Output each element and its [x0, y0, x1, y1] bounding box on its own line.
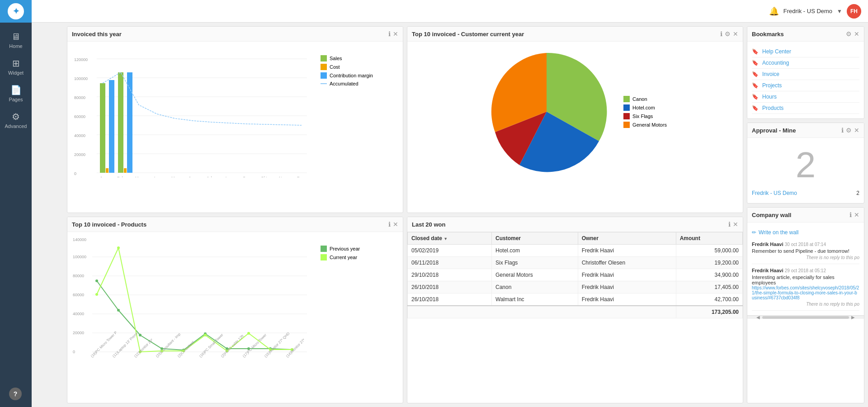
sixflags-color [623, 113, 630, 119]
customer-info-icon[interactable]: ℹ [720, 30, 722, 38]
sales-color [321, 55, 327, 62]
col-customer[interactable]: Customer [492, 232, 578, 245]
bookmark-help-center[interactable]: 🔖 Help Center [752, 46, 859, 57]
invoiced-legend: Sales Cost Contribution margin Accu [321, 55, 379, 86]
wall-info-icon[interactable]: ℹ [849, 211, 852, 218]
bookmark-flag-icon: 🔖 [752, 71, 759, 77]
cell-date: 06/11/2018 [408, 257, 492, 269]
bookmark-accounting[interactable]: 🔖 Accounting [752, 57, 859, 69]
bookmark-projects[interactable]: 🔖 Projects [752, 80, 859, 91]
sidebar-item-advanced[interactable]: ⚙ Advanced [0, 107, 32, 133]
col-amount[interactable]: Amount [676, 232, 742, 245]
scroll-left-icon[interactable]: ◀ [756, 315, 760, 320]
approval-info-icon[interactable]: ℹ [841, 127, 844, 134]
company-wall-body: ✏ Write on the wall Fredrik Haavi 30 oct… [747, 222, 864, 315]
products-close-icon[interactable]: ✕ [393, 221, 398, 228]
company-wall-title: Company wall [752, 212, 791, 218]
svg-text:Nov: Nov [279, 176, 287, 177]
customer-settings-icon[interactable]: ⚙ [725, 30, 731, 38]
svg-text:20000: 20000 [73, 331, 84, 335]
cell-amount: 19,200.00 [676, 257, 742, 269]
table-row: 26/10/2018 Canon Fredrik Haavi 17,405.00 [408, 281, 743, 293]
sidebar-item-pages[interactable]: 📄 Pages [0, 80, 32, 107]
cell-customer: General Motors [492, 269, 578, 281]
bookmarks-settings-icon[interactable]: ⚙ [846, 30, 852, 38]
bookmark-invoice[interactable]: 🔖 Invoice [752, 69, 859, 80]
bookmark-flag-icon: 🔖 [752, 48, 759, 55]
sidebar-item-pages-label: Pages [9, 97, 23, 102]
bookmark-help-center-label: Help Center [762, 48, 791, 55]
svg-text:(16)PC Small Tower: (16)PC Small Tower [198, 333, 224, 359]
invoiced-close-icon[interactable]: ✕ [393, 30, 398, 38]
svg-point-62 [247, 332, 250, 335]
customer-panel-body: Canon Hotel.com Six Flags General M [407, 42, 743, 182]
cell-date: 05/02/2019 [408, 245, 492, 257]
sidebar-item-home[interactable]: 🖥 Home [0, 27, 32, 53]
write-on-wall-link[interactable]: ✏ Write on the wall [752, 227, 859, 238]
svg-text:20000: 20000 [74, 152, 85, 157]
bookmark-products[interactable]: 🔖 Products [752, 103, 859, 114]
last20-close-icon[interactable]: ✕ [733, 221, 738, 228]
invoiced-info-icon[interactable]: ℹ [388, 30, 391, 38]
customer-close-icon[interactable]: ✕ [733, 30, 738, 38]
wall-close-icon[interactable]: ✕ [854, 211, 859, 218]
svg-text:0: 0 [74, 171, 76, 176]
col-owner[interactable]: Owner [578, 232, 676, 245]
scrollbar-thumb[interactable] [762, 316, 849, 319]
last20-info-icon[interactable]: ℹ [728, 221, 731, 228]
legend-gm-label: General Motors [632, 122, 667, 128]
post2-reply: There is no reply to this po [752, 302, 859, 307]
middle-column: Top 10 invoiced - Customer current year … [407, 26, 743, 403]
legend-sales-label: Sales [330, 56, 342, 61]
last20-panel-controls: ℹ ✕ [728, 221, 738, 228]
cell-owner: Fredrik Haavi [578, 269, 676, 281]
write-icon: ✏ [752, 229, 756, 236]
bookmarks-panel: Bookmarks ⚙ ✕ 🔖 Help Center 🔖 Accounting… [747, 26, 864, 119]
bookmarks-close-icon[interactable]: ✕ [854, 30, 859, 38]
current-year-color [321, 254, 327, 260]
bookmark-invoice-label: Invoice [762, 71, 779, 77]
products-legend: Previous year Current year [321, 246, 370, 260]
approval-settings-icon[interactable]: ⚙ [846, 127, 852, 134]
col-closed-date[interactable]: Closed date ▼ [408, 232, 492, 245]
bookmark-hours[interactable]: 🔖 Hours [752, 91, 859, 103]
svg-text:100000: 100000 [74, 76, 88, 81]
svg-rect-18 [124, 168, 127, 173]
contribution-color [321, 72, 327, 79]
accumulated-color [321, 83, 327, 84]
help-button[interactable]: ? [9, 388, 22, 400]
user-menu[interactable]: Fredrik - US Demo ▼ FH [783, 4, 861, 19]
svg-point-45 [95, 279, 98, 282]
svg-text:(2)Consultant: (2)Consultant [177, 340, 195, 359]
customer-legend: Canon Hotel.com Six Flags General M [623, 96, 667, 128]
app-logo: ✦ [8, 3, 24, 19]
notification-bell-icon[interactable]: 🔔 [769, 6, 779, 16]
svg-text:May: May [171, 176, 179, 177]
approval-close-icon[interactable]: ✕ [854, 127, 859, 134]
svg-text:100000: 100000 [73, 255, 86, 259]
legend-hotel-label: Hotel.com [632, 105, 655, 110]
approval-user-label: Fredrik - US Demo [752, 190, 797, 196]
legend-sixflags: Six Flags [623, 113, 667, 119]
last20-panel-body: Closed date ▼ Customer Owner Amount 05/0… [407, 232, 743, 318]
products-panel-body: 0 20000 40000 60000 80000 100000 140000 [67, 232, 403, 363]
wall-post-1: Fredrik Haavi 30 oct 2018 at 07:14 Remem… [752, 238, 859, 264]
svg-text:60000: 60000 [73, 293, 84, 297]
legend-previous-year-label: Previous year [330, 246, 360, 251]
products-info-icon[interactable]: ℹ [388, 221, 391, 228]
cell-owner: Fredrik Haavi [578, 281, 676, 293]
post2-link[interactable]: https://www.forbes.com/sites/shelcyvosep… [752, 285, 859, 300]
svg-text:Jun: Jun [189, 176, 195, 177]
company-wall-scrollbar[interactable]: ◀ ▶ [747, 315, 864, 319]
svg-text:80000: 80000 [74, 95, 85, 100]
approval-user-link[interactable]: Fredrik - US Demo 2 [752, 188, 859, 199]
scroll-right-icon[interactable]: ▶ [851, 315, 855, 320]
total-label [408, 306, 676, 318]
sidebar-item-widget[interactable]: ⊞ Widget [0, 53, 32, 80]
cell-date: 29/10/2018 [408, 269, 492, 281]
products-panel-header: Top 10 invoiced - Products ℹ ✕ [67, 217, 403, 232]
post1-author: Fredrik Haavi [752, 241, 783, 247]
customer-pie-chart [483, 48, 610, 175]
table-row: 29/10/2018 General Motors Fredrik Haavi … [408, 269, 743, 281]
svg-text:60000: 60000 [74, 114, 85, 119]
